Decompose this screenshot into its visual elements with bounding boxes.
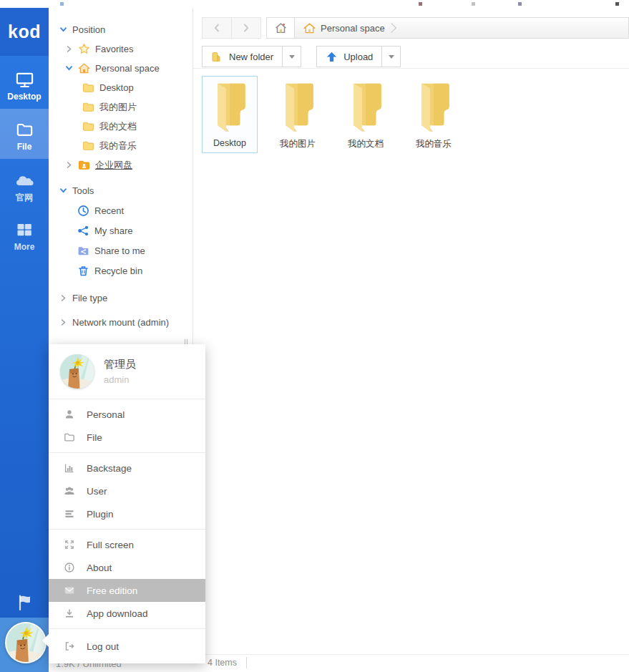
tree-item-label: Network mount (admin) — [72, 317, 169, 328]
breadcrumb-separator — [386, 23, 396, 33]
sidebar-item-more[interactable]: More — [0, 209, 49, 259]
language-flag-button[interactable] — [0, 593, 49, 615]
chart-icon — [63, 462, 75, 474]
menu-item-personal[interactable]: Personal — [49, 403, 205, 426]
menu-item-app-download[interactable]: App download — [49, 602, 205, 625]
menu-item-user[interactable]: User — [49, 479, 205, 502]
person-icon — [63, 409, 75, 420]
menu-item-file[interactable]: File — [49, 426, 205, 449]
sidebar-item-label: Desktop — [0, 92, 49, 102]
tree-item-desktop-folder[interactable]: Desktop — [49, 78, 134, 97]
logout-icon — [63, 641, 75, 652]
folder-icon — [82, 101, 94, 113]
user-menu-popup: 管理员 admin Personal File Backstage User P… — [49, 344, 205, 663]
menu-item-about[interactable]: About — [49, 556, 205, 579]
app-sidebar: kod Desktop File 官网 More — [0, 8, 49, 672]
file-item-my-documents[interactable]: 我的文档 — [338, 76, 394, 153]
org-folder-icon — [78, 159, 90, 171]
user-menu-header: 管理员 admin — [49, 344, 205, 399]
chevron-down-icon[interactable] — [65, 64, 73, 72]
panel-resize-handle[interactable] — [185, 336, 190, 344]
sidebar-item-label: More — [0, 242, 49, 252]
tree-item-share-to-me[interactable]: Share to me — [49, 241, 145, 260]
menu-item-full-screen[interactable]: Full screen — [49, 533, 205, 556]
home-icon — [78, 62, 90, 74]
star-icon — [78, 43, 90, 55]
clock-icon — [77, 205, 89, 217]
sidebar-item-file[interactable]: File — [0, 109, 49, 159]
flag-icon — [16, 593, 33, 612]
folder-outline-icon — [63, 432, 75, 443]
tree-item-position[interactable]: Position — [49, 20, 105, 39]
cloud-icon — [0, 170, 49, 190]
tree-item-label: 我的图片 — [99, 101, 137, 114]
tree-item-enterprise-drive[interactable]: 企业网盘 — [49, 155, 132, 175]
tree-item-my-pictures[interactable]: 我的图片 — [49, 97, 137, 117]
breadcrumb-item-personal-space[interactable]: Personal space — [295, 18, 401, 38]
tree-item-my-documents[interactable]: 我的文档 — [49, 117, 137, 136]
shared-folder-icon — [77, 245, 89, 257]
new-folder-label: New folder — [229, 52, 273, 62]
chevron-right-icon[interactable] — [65, 45, 73, 53]
kod-logo[interactable]: kod — [0, 8, 49, 56]
upload-label: Upload — [343, 52, 373, 62]
menu-item-label: Personal — [87, 409, 125, 420]
upload-button[interactable]: Upload — [316, 46, 382, 67]
file-item-my-pictures[interactable]: 我的图片 — [270, 76, 326, 153]
browser-chrome-fragment — [472, 2, 475, 6]
tree-item-tools[interactable]: Tools — [49, 181, 94, 200]
back-button[interactable] — [202, 17, 232, 39]
chevron-down-icon[interactable] — [59, 187, 67, 195]
tree-item-personal-space[interactable]: Personal space — [49, 59, 160, 78]
mail-icon — [63, 585, 75, 596]
address-bar: Personal space — [202, 17, 629, 39]
upload-dropdown[interactable] — [381, 46, 401, 67]
user-avatar[interactable] — [5, 622, 47, 663]
sidebar-item-label: File — [0, 142, 49, 152]
sidebar-item-label: 官网 — [0, 192, 49, 204]
new-folder-button[interactable]: New folder — [202, 46, 283, 67]
chevron-down-icon[interactable] — [59, 26, 67, 34]
menu-item-log-out[interactable]: Log out — [49, 635, 205, 658]
status-divider — [246, 657, 247, 668]
menu-item-label: Plugin — [87, 509, 114, 520]
sidebar-item-website[interactable]: 官网 — [0, 159, 49, 209]
home-button-icon — [274, 21, 288, 35]
user-avatar-illustration — [60, 354, 94, 389]
tree-item-network-mount[interactable]: Network mount (admin) — [49, 313, 169, 332]
chevron-right-icon[interactable] — [59, 318, 67, 326]
chevron-right-icon[interactable] — [65, 161, 73, 169]
menu-item-label: Backstage — [87, 463, 132, 474]
file-item-label: 我的音乐 — [406, 138, 461, 150]
new-folder-dropdown[interactable] — [282, 46, 301, 67]
tree-item-recycle-bin[interactable]: Recycle bin — [49, 261, 142, 281]
menu-item-free-edition[interactable]: Free edition — [49, 579, 205, 602]
tree-item-favorites[interactable]: Favorites — [49, 39, 133, 59]
user-avatar[interactable] — [60, 354, 94, 389]
tree-item-label: File type — [72, 293, 107, 303]
popup-pointer — [42, 634, 49, 647]
home-button[interactable] — [267, 18, 295, 38]
caret-down-icon — [389, 55, 394, 59]
chevron-right-icon — [242, 22, 250, 34]
menu-item-label: User — [87, 486, 107, 497]
info-icon — [63, 562, 75, 573]
sidebar-item-desktop[interactable]: Desktop — [0, 59, 49, 109]
file-item-my-music[interactable]: 我的音乐 — [406, 76, 462, 153]
tree-item-my-share[interactable]: My share — [49, 221, 132, 240]
user-display-name: 管理员 — [104, 358, 136, 371]
tree-item-label: Share to me — [94, 245, 145, 256]
folder-icon — [413, 80, 454, 133]
chevron-right-icon[interactable] — [59, 294, 67, 302]
file-item-desktop[interactable]: Desktop — [202, 76, 258, 153]
tree-item-label: Tools — [72, 185, 94, 196]
menu-item-backstage[interactable]: Backstage — [49, 457, 205, 479]
folder-icon — [209, 80, 250, 133]
grid-icon — [0, 220, 49, 240]
menu-item-plugin[interactable]: Plugin — [49, 502, 205, 525]
tree-item-recent[interactable]: Recent — [49, 201, 124, 220]
tree-item-file-type[interactable]: File type — [49, 288, 107, 308]
forward-button[interactable] — [231, 17, 261, 39]
tree-item-my-music[interactable]: 我的音乐 — [49, 136, 137, 155]
folder-icon — [82, 140, 94, 152]
